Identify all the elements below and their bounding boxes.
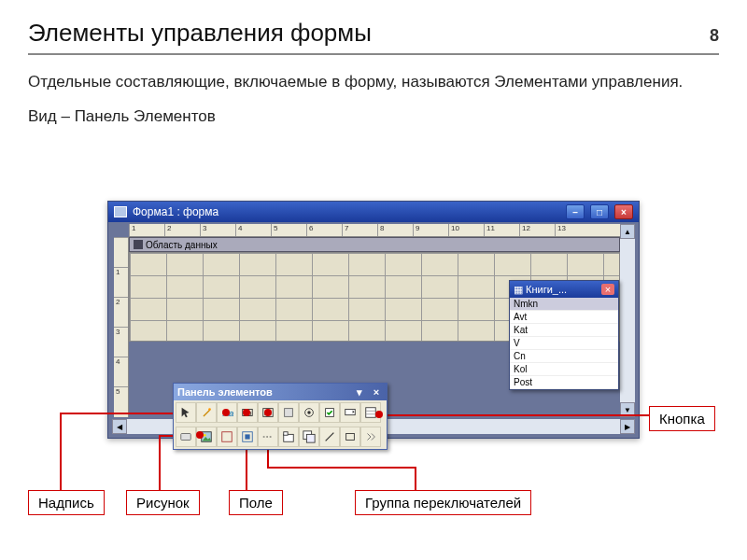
field-list-items[interactable]: NmknAvtKatVCnKolPost bbox=[510, 298, 618, 389]
toolbox-row-1: Aa ab xyz bbox=[174, 400, 387, 425]
paragraph-1: Отдельные составляющие, включаемые в фор… bbox=[28, 72, 719, 93]
combobox-tool[interactable] bbox=[340, 402, 360, 423]
bound-object-tool[interactable] bbox=[237, 427, 258, 447]
wizard-tool[interactable] bbox=[196, 402, 217, 423]
maximize-button[interactable]: □ bbox=[590, 204, 609, 219]
callout-picture: Рисунок bbox=[126, 490, 200, 515]
vertical-ruler: 12345 bbox=[114, 237, 129, 417]
svg-rect-19 bbox=[245, 434, 249, 439]
line-tool[interactable] bbox=[319, 427, 340, 447]
form-window-titlebar: Форма1 : форма – □ × bbox=[108, 202, 639, 222]
field-list-titlebar[interactable]: ▦ Книги_... × bbox=[510, 281, 618, 298]
scroll-right-button[interactable]: ▶ bbox=[620, 419, 635, 434]
rectangle-tool[interactable] bbox=[340, 427, 360, 447]
data-section-header[interactable]: Область данных bbox=[129, 237, 620, 252]
option-button-tool[interactable] bbox=[299, 402, 319, 423]
tab-control-tool[interactable] bbox=[278, 427, 299, 447]
toolbox-close-icon[interactable]: × bbox=[370, 386, 383, 398]
field-list-item[interactable]: Cn bbox=[510, 350, 618, 363]
svg-rect-6 bbox=[285, 409, 293, 417]
button-tool[interactable] bbox=[176, 427, 196, 447]
svg-rect-17 bbox=[222, 432, 233, 442]
field-list-item[interactable]: Post bbox=[510, 376, 618, 389]
field-list-item[interactable]: Avt bbox=[510, 311, 618, 324]
svg-rect-11 bbox=[366, 408, 376, 418]
minimize-button[interactable]: – bbox=[566, 204, 585, 219]
toolbox-dropdown-icon[interactable]: ▾ bbox=[353, 386, 366, 398]
toolbox-title-label: Панель элементов bbox=[177, 386, 273, 398]
unbound-object-tool[interactable] bbox=[217, 427, 237, 447]
table-icon: ▦ bbox=[514, 284, 523, 296]
close-button[interactable]: × bbox=[614, 204, 633, 219]
svg-line-24 bbox=[326, 433, 334, 441]
page-title: Элементы управления формы bbox=[28, 19, 372, 48]
svg-point-0 bbox=[208, 408, 211, 411]
field-list-item[interactable]: Kat bbox=[510, 324, 618, 337]
field-list-item[interactable]: V bbox=[510, 337, 618, 350]
horizontal-ruler: 12345678910111213 bbox=[129, 224, 635, 237]
scroll-up-button[interactable]: ▲ bbox=[620, 224, 635, 239]
svg-rect-25 bbox=[346, 434, 355, 441]
scroll-left-button[interactable]: ◀ bbox=[112, 419, 127, 434]
page-number: 8 bbox=[710, 26, 719, 46]
field-list-close-icon[interactable]: × bbox=[601, 284, 614, 295]
svg-rect-23 bbox=[306, 434, 315, 442]
section-header-label: Область данных bbox=[146, 240, 218, 250]
svg-rect-14 bbox=[181, 434, 191, 441]
vertical-scrollbar[interactable]: ▲ ▼ bbox=[620, 224, 635, 417]
field-list-window[interactable]: ▦ Книги_... × NmknAvtKatVCnKolPost bbox=[509, 280, 619, 390]
toolbox-panel[interactable]: Панель элементов ▾ × Aa ab xyz bbox=[173, 383, 388, 450]
svg-rect-21 bbox=[284, 432, 288, 436]
toggle-button-tool[interactable] bbox=[278, 402, 299, 423]
field-list-item[interactable]: Nmkn bbox=[510, 298, 618, 311]
paragraph-2: Вид – Панель Элементов bbox=[28, 106, 719, 128]
field-list-title: Книги_... bbox=[526, 284, 567, 295]
title-divider bbox=[28, 53, 719, 55]
callout-label: Надпись bbox=[28, 490, 105, 515]
svg-point-8 bbox=[307, 411, 311, 414]
subform-tool[interactable] bbox=[299, 427, 319, 447]
toolbox-titlebar[interactable]: Панель элементов ▾ × bbox=[174, 384, 387, 400]
pointer-tool[interactable] bbox=[176, 402, 196, 423]
section-marker-icon bbox=[134, 240, 143, 249]
callout-field: Поле bbox=[229, 490, 283, 515]
form-window-title: Форма1 : форма bbox=[133, 205, 218, 218]
callout-option-group: Группа переключателей bbox=[355, 490, 531, 515]
pagebreak-tool[interactable] bbox=[258, 427, 278, 447]
callout-button: Кнопка bbox=[649, 406, 715, 431]
body-text: Отдельные составляющие, включаемые в фор… bbox=[28, 72, 719, 128]
checkbox-tool[interactable] bbox=[319, 402, 340, 423]
field-list-item[interactable]: Kol bbox=[510, 363, 618, 376]
svg-point-16 bbox=[204, 434, 206, 437]
more-tools[interactable] bbox=[360, 427, 381, 447]
form-icon bbox=[114, 206, 127, 217]
toolbox-row-2 bbox=[174, 425, 387, 449]
